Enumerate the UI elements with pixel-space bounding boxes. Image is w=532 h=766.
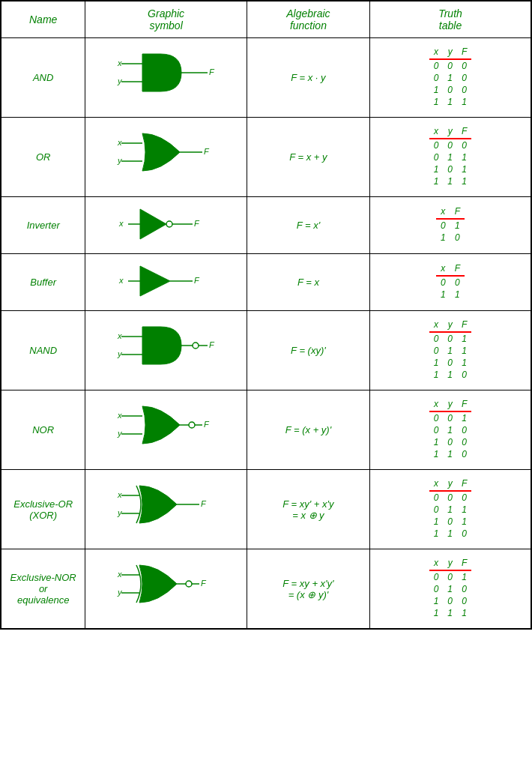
truth-header: F	[457, 398, 471, 411]
truth-cell: 0	[457, 583, 471, 595]
gate-symbol-cell: xF	[85, 197, 247, 254]
truth-cell: 1	[457, 345, 471, 357]
truth-cell: 1	[457, 357, 471, 369]
gate-formula-cell: F = xy + x'y'= (x ⊕ y)'	[247, 549, 369, 630]
gate-symbol-cell: xyF	[85, 311, 247, 390]
truth-cell: 1	[436, 232, 450, 244]
gate-name-cell: Buffer	[1, 254, 85, 311]
truth-cell: 1	[443, 504, 457, 516]
truth-cell: 1	[429, 436, 444, 448]
gate-truth-cell: xyF000011101111	[370, 118, 532, 197]
truth-cell: 1	[457, 412, 471, 424]
col-symbol-header: Graphicsymbol	[85, 1, 247, 38]
truth-cell: 0	[429, 72, 444, 84]
truth-cell: 0	[443, 595, 457, 607]
gate-truth-cell: xF0011	[370, 254, 532, 311]
truth-cell: 0	[429, 151, 444, 163]
truth-header: x	[429, 46, 444, 59]
gate-truth-cell: xyF000010100111	[370, 38, 532, 118]
truth-table: xyF000011101111	[429, 125, 472, 187]
gate-name-cell: Inverter	[1, 197, 85, 254]
truth-cell: 1	[457, 175, 471, 187]
truth-table: xyF001010100111	[429, 557, 472, 619]
truth-cell: 0	[457, 595, 471, 607]
truth-cell: 1	[443, 369, 457, 381]
truth-cell: 1	[443, 345, 457, 357]
svg-marker-20	[140, 266, 170, 296]
svg-point-28	[193, 343, 199, 349]
truth-cell: 0	[457, 528, 471, 540]
truth-cell: 0	[457, 424, 471, 436]
gate-symbol-cell: xyF	[85, 118, 247, 197]
truth-table: xF0110	[436, 205, 465, 244]
truth-header: F	[457, 477, 471, 491]
gate-symbol-cell: xF	[85, 254, 247, 311]
truth-cell: 1	[429, 369, 444, 381]
truth-cell: 1	[429, 448, 444, 460]
truth-cell: 1	[443, 583, 457, 595]
svg-point-50	[186, 581, 192, 587]
truth-header: y	[443, 557, 457, 570]
truth-cell: 0	[429, 60, 444, 72]
truth-cell: 0	[443, 357, 457, 369]
svg-text:x: x	[117, 331, 122, 340]
svg-text:y: y	[117, 349, 123, 358]
truth-cell: 1	[429, 84, 444, 96]
gate-truth-cell: xyF001011101110	[370, 311, 532, 390]
svg-text:x: x	[118, 219, 124, 228]
gate-truth-cell: xF0110	[370, 197, 532, 254]
truth-cell: 0	[429, 571, 444, 583]
truth-cell: 0	[443, 492, 457, 504]
truth-cell: 0	[443, 60, 457, 72]
svg-point-36	[189, 422, 195, 428]
gate-symbol-cell: xyF	[85, 390, 247, 470]
truth-cell: 0	[450, 277, 465, 289]
truth-cell: 0	[436, 220, 450, 232]
truth-cell: 0	[457, 60, 471, 72]
gate-formula-cell: F = x + y	[247, 118, 369, 197]
gate-symbol-cell: xyF	[85, 470, 247, 549]
truth-cell: 1	[429, 357, 444, 369]
svg-text:y: y	[117, 588, 123, 597]
truth-cell: 0	[443, 84, 457, 96]
truth-cell: 1	[429, 528, 444, 540]
truth-cell: 1	[429, 595, 444, 607]
truth-header: x	[429, 319, 444, 332]
gate-formula-cell: F = x'	[247, 197, 369, 254]
truth-cell: 1	[443, 72, 457, 84]
truth-cell: 0	[457, 139, 471, 151]
truth-cell: 0	[443, 436, 457, 448]
gate-formula-cell: F = x · y	[247, 38, 369, 118]
truth-cell: 1	[457, 333, 471, 345]
gate-name-cell: NOR	[1, 390, 85, 470]
col-truth-header: Truthtable	[370, 1, 532, 38]
gate-truth-cell: xyF001010100110	[370, 390, 532, 470]
truth-cell: 1	[443, 424, 457, 436]
svg-text:x: x	[117, 58, 122, 67]
gate-truth-cell: xyF000011101110	[370, 470, 532, 549]
svg-text:x: x	[117, 138, 122, 147]
truth-cell: 1	[450, 220, 465, 232]
truth-header: F	[457, 46, 471, 59]
truth-cell: 0	[443, 412, 457, 424]
truth-table: xyF000011101110	[429, 477, 472, 540]
truth-cell: 1	[443, 607, 457, 619]
truth-cell: 1	[457, 96, 471, 108]
truth-cell: 0	[429, 424, 444, 436]
truth-cell: 1	[443, 96, 457, 108]
svg-text:F: F	[209, 67, 215, 76]
truth-table: xyF001011101110	[429, 319, 472, 381]
truth-table: xF0011	[436, 262, 465, 301]
truth-header: y	[443, 477, 457, 491]
truth-cell: 0	[457, 72, 471, 84]
truth-header: x	[436, 205, 450, 219]
truth-table: xyF000010100111	[429, 46, 472, 108]
truth-cell: 1	[457, 571, 471, 583]
gate-formula-cell: F = (xy)'	[247, 311, 369, 390]
truth-header: y	[443, 125, 457, 139]
truth-cell: 1	[457, 151, 471, 163]
col-formula-header: Algebraicfunction	[247, 1, 369, 38]
truth-cell: 0	[450, 232, 465, 244]
gate-symbol-cell: xyF	[85, 38, 247, 118]
truth-cell: 0	[457, 369, 471, 381]
